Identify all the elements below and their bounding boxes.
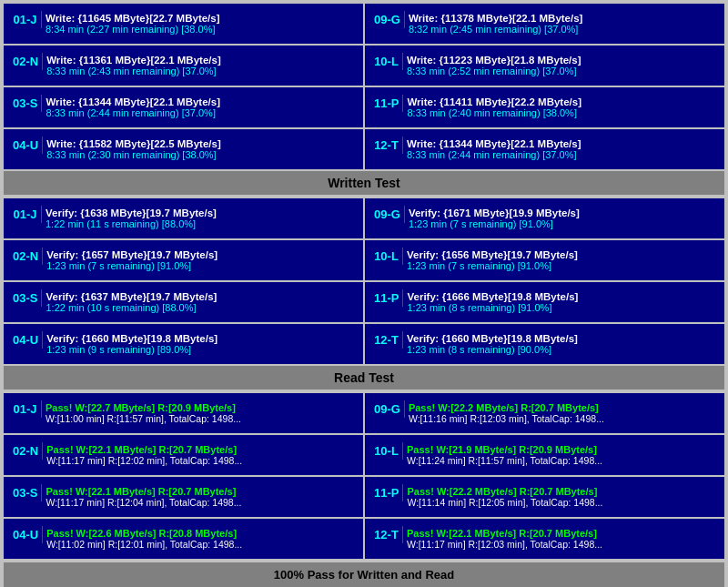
pass-cell-10-l: 10-L Pass! W:[21.9 MByte/s] R:[20.9 MByt… <box>365 435 724 475</box>
write-cell-11-p: 11-P Write: {11411 MByte}[22.2 MByte/s] … <box>365 87 724 127</box>
pass-cell-12-t: 12-T Pass! W:[22.1 MByte/s] R:[20.7 MByt… <box>365 519 724 559</box>
drive-id: 11-P <box>370 95 403 112</box>
drive-id: 09-G <box>370 11 405 28</box>
drive-id: 04-U <box>9 137 43 154</box>
verify-test-grid: 01-J Verify: {1638 MByte}[19.7 MByte/s] … <box>4 198 724 364</box>
write-test-grid: 01-J Write: {11645 MByte}[22.7 MByte/s] … <box>4 4 724 169</box>
drive-id: 11-P <box>370 289 403 307</box>
write-cell-04-u: 04-U Write: {11582 MByte}[22.5 MByte/s] … <box>4 129 363 169</box>
verify-cell-03-s: 03-S Verify: {1637 MByte}[19.7 MByte/s] … <box>4 282 363 322</box>
drive-id: 02-N <box>9 248 43 265</box>
drive-id: 02-N <box>9 442 43 460</box>
drive-id: 12-T <box>370 137 403 154</box>
drive-id: 04-U <box>9 331 43 349</box>
drive-id: 10-L <box>370 248 403 265</box>
write-cell-03-s: 03-S Write: {11344 MByte}[22.1 MByte/s] … <box>4 87 363 127</box>
write-cell-01-j: 01-J Write: {11645 MByte}[22.7 MByte/s] … <box>4 4 363 44</box>
drive-id: 02-N <box>9 53 43 70</box>
footer-status: 100% Pass for Written and Read <box>4 562 724 587</box>
drive-id: 09-G <box>370 400 405 418</box>
verify-cell-04-u: 04-U Verify: {1660 MByte}[19.8 MByte/s] … <box>4 324 363 364</box>
drive-id: 03-S <box>9 95 42 112</box>
pass-cell-11-p: 11-P Pass! W:[22.2 MByte/s] R:[20.7 MByt… <box>365 477 724 517</box>
verify-cell-11-p: 11-P Verify: {1666 MByte}[19.8 MByte/s] … <box>365 282 724 322</box>
written-test-header: Written Test <box>4 171 724 195</box>
main-container: 01-J Write: {11645 MByte}[22.7 MByte/s] … <box>0 0 728 587</box>
drive-id: 11-P <box>370 484 403 501</box>
verify-test-section: 01-J Verify: {1638 MByte}[19.7 MByte/s] … <box>4 198 724 390</box>
pass-cell-02-n: 02-N Pass! W:[22.1 MByte/s] R:[20.7 MByt… <box>4 435 363 475</box>
write-test-section: 01-J Write: {11645 MByte}[22.7 MByte/s] … <box>4 4 724 195</box>
write-cell-12-t: 12-T Write: {11344 MByte}[22.1 MByte/s] … <box>365 129 724 169</box>
drive-id: 03-S <box>9 289 42 307</box>
pass-cell-01-j: 01-J Pass! W:[22.7 MByte/s] R:[20.9 MByt… <box>4 393 363 433</box>
drive-id: 03-S <box>9 484 42 501</box>
verify-cell-09-g: 09-G Verify: {1671 MByte}[19.9 MByte/s] … <box>365 198 724 238</box>
drive-id: 12-T <box>370 331 403 349</box>
drive-id: 10-L <box>370 53 403 70</box>
write-cell-09-g: 09-G Write: {11378 MByte}[22.1 MByte/s] … <box>365 4 724 44</box>
drive-id: 01-J <box>9 400 42 418</box>
verify-cell-01-j: 01-J Verify: {1638 MByte}[19.7 MByte/s] … <box>4 198 363 238</box>
drive-id: 01-J <box>9 11 42 28</box>
verify-cell-10-l: 10-L Verify: {1656 MByte}[19.7 MByte/s] … <box>365 240 724 280</box>
write-cell-02-n: 02-N Write: {11361 MByte}[22.1 MByte/s] … <box>4 46 363 86</box>
drive-id: 04-U <box>9 526 43 543</box>
pass-cell-09-g: 09-G Pass! W:[22.2 MByte/s] R:[20.7 MByt… <box>365 393 724 433</box>
pass-cell-03-s: 03-S Pass! W:[22.1 MByte/s] R:[20.7 MByt… <box>4 477 363 517</box>
write-cell-10-l: 10-L Write: {11223 MByte}[21.8 MByte/s] … <box>365 46 724 86</box>
pass-cell-04-u: 04-U Pass! W:[22.6 MByte/s] R:[20.8 MByt… <box>4 519 363 559</box>
read-test-grid: 01-J Pass! W:[22.7 MByte/s] R:[20.9 MByt… <box>4 393 724 559</box>
drive-id: 09-G <box>370 206 405 223</box>
drive-id: 10-L <box>370 442 403 460</box>
read-test-header: Read Test <box>4 366 724 390</box>
read-test-section: 01-J Pass! W:[22.7 MByte/s] R:[20.9 MByt… <box>4 393 724 559</box>
drive-id: 12-T <box>370 526 403 543</box>
drive-id: 01-J <box>9 206 42 223</box>
verify-cell-02-n: 02-N Verify: {1657 MByte}[19.7 MByte/s] … <box>4 240 363 280</box>
verify-cell-12-t: 12-T Verify: {1660 MByte}[19.8 MByte/s] … <box>365 324 724 364</box>
